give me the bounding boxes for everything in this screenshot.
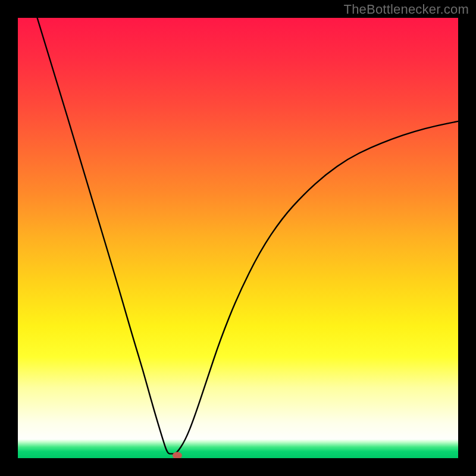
gradient-background bbox=[18, 18, 458, 458]
plot-area bbox=[18, 18, 458, 458]
chart-svg bbox=[18, 18, 458, 458]
chart-container: TheBottlenecker.com bbox=[0, 0, 476, 476]
watermark-text: TheBottlenecker.com bbox=[344, 2, 469, 17]
